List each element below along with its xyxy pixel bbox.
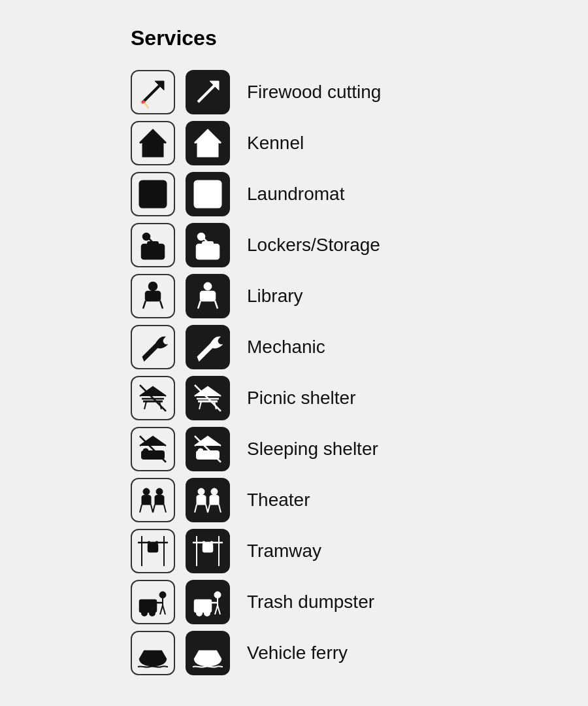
svg-point-90 — [210, 541, 213, 544]
svg-text:🪓: 🪓 — [140, 99, 150, 109]
service-row-mechanic: Mechanic — [131, 325, 381, 369]
kennel-icon-outline — [131, 121, 175, 165]
theater-icon-filled — [186, 478, 230, 522]
svg-rect-34 — [197, 244, 219, 259]
trash-icon-outline — [131, 580, 175, 624]
service-row-firewood: 🪓 Firewood cutting — [131, 70, 381, 114]
svg-line-75 — [208, 505, 210, 513]
svg-line-69 — [153, 505, 155, 513]
svg-line-72 — [195, 505, 197, 513]
svg-point-95 — [159, 592, 166, 598]
library-label: Library — [247, 286, 303, 307]
svg-point-92 — [142, 611, 147, 616]
svg-point-110 — [143, 657, 146, 660]
svg-rect-80 — [148, 544, 157, 552]
lockers-icon-outline — [131, 223, 175, 267]
svg-rect-28 — [142, 244, 164, 259]
svg-point-43 — [204, 282, 212, 290]
library-icon-filled — [186, 274, 230, 318]
svg-line-70 — [164, 505, 166, 513]
svg-point-82 — [148, 541, 150, 544]
service-row-laundromat: Laundromat — [131, 172, 381, 216]
svg-rect-18 — [144, 183, 151, 187]
service-row-kennel: Kennel — [131, 121, 381, 165]
tramway-label: Tramway — [247, 541, 321, 562]
svg-point-71 — [198, 488, 204, 495]
svg-point-120 — [214, 657, 216, 660]
services-list: 🪓 Firewood cutting — [131, 70, 381, 675]
svg-line-48 — [215, 301, 218, 309]
laundromat-icon-outline — [131, 172, 175, 216]
service-row-library: Library — [131, 274, 381, 318]
laundromat-icon-filled — [186, 172, 230, 216]
svg-point-102 — [204, 611, 210, 616]
trash-label: Trash dumpster — [247, 592, 374, 613]
svg-rect-91 — [140, 600, 156, 612]
svg-rect-35 — [203, 242, 213, 246]
library-icon-outline — [131, 274, 175, 318]
svg-point-116 — [198, 657, 201, 660]
svg-point-113 — [154, 657, 156, 660]
mechanic-icon-filled — [186, 325, 230, 369]
sleeping-label: Sleeping shelter — [247, 439, 378, 460]
svg-rect-87 — [203, 544, 212, 552]
svg-line-57 — [199, 401, 201, 409]
svg-point-89 — [203, 541, 205, 544]
service-row-tramway: Tramway — [131, 529, 381, 573]
svg-rect-29 — [148, 242, 158, 246]
service-row-sleeping: Sleeping shelter — [131, 427, 381, 471]
tramway-icon-filled — [186, 529, 230, 573]
ferry-icon-filled — [186, 631, 230, 675]
svg-point-64 — [198, 448, 203, 454]
svg-point-74 — [211, 488, 218, 495]
svg-line-2 — [198, 86, 214, 102]
svg-rect-22 — [199, 183, 206, 187]
svg-line-107 — [215, 605, 218, 614]
svg-point-111 — [148, 657, 151, 660]
svg-point-24 — [205, 195, 210, 200]
kennel-label: Kennel — [247, 133, 304, 154]
firewood-icon-filled — [186, 70, 230, 114]
lockers-icon-filled — [186, 223, 230, 267]
picnic-icon-outline — [131, 376, 175, 420]
sleeping-icon-filled — [186, 427, 230, 471]
svg-rect-100 — [195, 600, 211, 612]
svg-line-47 — [198, 301, 201, 309]
firewood-icon-outline: 🪓 — [131, 70, 175, 114]
laundromat-label: Laundromat — [247, 184, 344, 205]
svg-point-20 — [150, 195, 155, 200]
svg-point-65 — [143, 488, 150, 495]
svg-line-98 — [160, 605, 163, 614]
svg-point-61 — [143, 448, 148, 454]
svg-line-42 — [160, 301, 163, 309]
ferry-icon-outline — [131, 631, 175, 675]
kennel-icon-filled — [186, 121, 230, 165]
svg-point-68 — [156, 488, 163, 495]
theater-label: Theater — [247, 490, 310, 511]
service-row-trash: Trash dumpster — [131, 580, 381, 624]
svg-line-41 — [143, 301, 146, 309]
service-row-picnic: Picnic shelter — [131, 376, 381, 420]
sleeping-icon-outline — [131, 427, 175, 471]
theater-icon-outline — [131, 478, 175, 522]
svg-point-101 — [197, 611, 202, 616]
svg-point-93 — [150, 611, 155, 616]
picnic-icon-filled — [186, 376, 230, 420]
tramway-icon-outline — [131, 529, 175, 573]
svg-point-83 — [155, 541, 158, 544]
picnic-label: Picnic shelter — [247, 388, 356, 409]
lockers-label: Lockers/Storage — [247, 235, 380, 256]
service-row-ferry: Vehicle ferry — [131, 631, 381, 675]
firewood-label: Firewood cutting — [247, 82, 381, 103]
svg-line-66 — [140, 505, 142, 513]
ferry-label: Vehicle ferry — [247, 643, 348, 664]
mechanic-label: Mechanic — [247, 337, 325, 358]
svg-point-5 — [154, 143, 159, 148]
svg-point-12 — [208, 143, 214, 148]
svg-line-99 — [163, 605, 165, 614]
service-row-lockers: Lockers/Storage — [131, 223, 381, 267]
svg-point-117 — [203, 657, 206, 660]
service-row-theater: Theater — [131, 478, 381, 522]
mechanic-icon-outline — [131, 325, 175, 369]
trash-icon-filled — [186, 580, 230, 624]
